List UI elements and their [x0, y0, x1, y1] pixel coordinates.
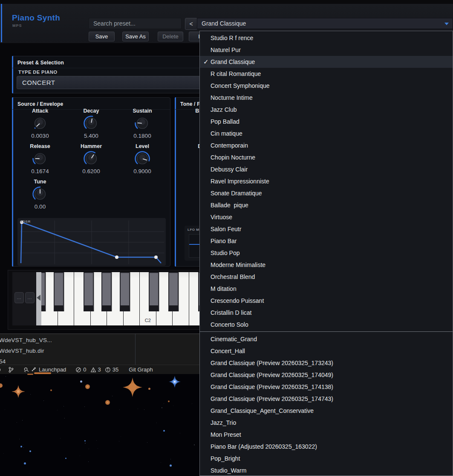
preset-list-item[interactable]: Nocturne Intime [200, 92, 453, 104]
preset-list-item[interactable]: Piano Bar (Adjusted 20260325_163022) [200, 441, 453, 453]
launchpad-status-item[interactable]: Launchpad [39, 366, 66, 373]
preset-list-item[interactable]: Grand Classique (Preview 20260325_174049… [200, 369, 453, 381]
knob-control[interactable] [83, 115, 99, 131]
knob-value: 0.9000 [117, 168, 168, 174]
knob-label: Level [117, 143, 168, 149]
preset-list-item[interactable]: Studio Pop [200, 247, 453, 259]
preset-list-item[interactable]: Piano Bar [200, 235, 453, 247]
knob-control[interactable] [32, 186, 48, 202]
black-key[interactable] [120, 272, 130, 311]
keyboard-option-button-2[interactable]: ... [25, 292, 35, 303]
git-graph-status-item[interactable]: Git Graph [129, 366, 153, 373]
preset-list-item[interactable]: Naturel Pur [200, 44, 453, 56]
knob-hammer: Hammer0.6200 [66, 143, 117, 174]
black-key[interactable] [101, 272, 112, 311]
save-as-button[interactable]: Save As [122, 32, 149, 41]
preset-list-item[interactable]: Crescendo Puissant [200, 295, 453, 307]
preset-list-item[interactable]: Pop_Bright [200, 453, 453, 464]
preset-list-item[interactable]: Jazz Club [200, 104, 453, 116]
tiny-star [156, 423, 157, 423]
knob-control[interactable] [32, 115, 48, 131]
knob-control[interactable] [32, 151, 48, 167]
knob-control[interactable] [134, 115, 150, 131]
preset-item-label: Pop_Bright [211, 453, 240, 464]
preset-list-item[interactable]: Concerto Solo [200, 319, 453, 331]
tiny-star [60, 438, 61, 438]
preset-list-item[interactable]: Concert Symphonique [200, 80, 453, 92]
orange-star [85, 384, 90, 389]
preset-list-item[interactable]: Pop Ballad [200, 116, 453, 128]
preset-item-label: Sonate Dramatique [211, 187, 262, 199]
black-key[interactable] [149, 272, 159, 311]
tiny-star [138, 409, 138, 409]
search-input[interactable] [89, 18, 182, 29]
preset-list-item[interactable]: Chopin Nocturne [200, 151, 453, 163]
extension-icon[interactable] [23, 367, 29, 372]
rocket-icon[interactable] [31, 367, 36, 372]
black-key[interactable] [168, 272, 179, 311]
preset-list-item[interactable]: Cristallin D licat [200, 307, 453, 319]
knob-value: 0.6200 [66, 168, 117, 174]
knob-control[interactable] [83, 151, 99, 167]
window-top-strip [0, 0, 453, 4]
preset-list-item[interactable]: Grand Classique (Preview 20260325_174743… [200, 393, 453, 405]
keyboard-option-button-1[interactable]: ... [14, 292, 24, 303]
preset-select-value: Grand Classique [202, 20, 246, 27]
black-key[interactable] [41, 272, 46, 311]
preset-list-item[interactable]: Contemporain [200, 139, 453, 151]
blue-star-small [24, 462, 26, 464]
info-count: 35 [113, 366, 118, 373]
preset-item-label: Salon Feutr [211, 223, 241, 235]
keyboard-scrollbar[interactable] [36, 272, 41, 325]
preset-list-item[interactable]: M ditation [200, 283, 453, 295]
preset-list-item[interactable]: Grand Classique (Preview 20260325_173243… [200, 357, 453, 369]
tiny-star [119, 409, 120, 410]
preset-item-label: R cital Romantique [211, 68, 261, 80]
knob-label: Release [14, 143, 66, 149]
preset-item-label: Moderne Minimaliste [211, 259, 265, 271]
preset-list-item[interactable]: Salon Feutr [200, 223, 453, 235]
orange-sparkle-star [12, 385, 25, 398]
preset-list-item[interactable]: Virtuose [200, 211, 453, 223]
preset-list-item[interactable]: Ballade pique [200, 199, 453, 211]
plugin-subtitle: MPS [12, 23, 22, 28]
knob-control[interactable] [134, 151, 150, 167]
git-branch-icon[interactable] [8, 367, 14, 373]
preset-list-item[interactable]: Grand_Classique_Agent_Conservative [200, 405, 453, 417]
black-key[interactable] [84, 272, 94, 311]
preset-list-item[interactable]: Ravel Impressionniste [200, 175, 453, 187]
preset-item-label: Piano Bar (Adjusted 20260325_163022) [211, 441, 317, 453]
envelope-node[interactable] [115, 255, 118, 259]
preset-list-item[interactable]: Grand Classique (Preview 20260325_174138… [200, 381, 453, 393]
tiny-star [57, 410, 58, 410]
adsr-envelope-display[interactable]: ADSR [17, 218, 166, 266]
preset-list-item[interactable]: ✓Grand Classique [200, 56, 453, 68]
blue-star-small [29, 450, 31, 452]
tiny-star [84, 406, 85, 407]
preset-item-label: Jazz Club [211, 104, 237, 116]
preset-list-item[interactable]: Cin matique [200, 128, 453, 139]
preset-list-item[interactable]: Orchestral Blend [200, 271, 453, 283]
source-envelope-panel: Source / Envelope Attack0.0030Decay5.400… [12, 97, 170, 267]
preset-list-item[interactable]: Cinematic_Grand [200, 333, 453, 345]
preset-list-item[interactable]: Debussy Clair [200, 163, 453, 175]
delete-button[interactable]: Delete [158, 32, 183, 41]
preset-list-item[interactable]: R cital Romantique [200, 68, 453, 80]
knob-release: Release0.1674 [14, 143, 66, 174]
preset-select[interactable]: Grand Classique [197, 18, 453, 29]
preset-list-item[interactable]: Concert_Hall [200, 345, 453, 357]
save-button[interactable]: Save [89, 32, 115, 41]
previous-preset-button[interactable]: < [185, 18, 197, 30]
problems-status-item[interactable]: 0 3 35 [75, 366, 118, 373]
preset-list-item[interactable]: Sonate Dramatique [200, 187, 453, 199]
black-key[interactable] [54, 272, 64, 311]
preset-list-item[interactable]: Moderne Minimaliste [200, 259, 453, 271]
knob-label: Hammer [66, 143, 117, 149]
preset-list-item[interactable]: Studio R f rence [200, 32, 453, 44]
envelope-node[interactable] [154, 255, 158, 259]
preset-list-item[interactable]: Studio_Warm [200, 464, 453, 476]
large-orange-star [123, 377, 142, 397]
tiny-star [170, 459, 171, 459]
preset-list-item[interactable]: Jazz_Trio [200, 417, 453, 429]
preset-list-item[interactable]: Mon Preset [200, 429, 453, 441]
